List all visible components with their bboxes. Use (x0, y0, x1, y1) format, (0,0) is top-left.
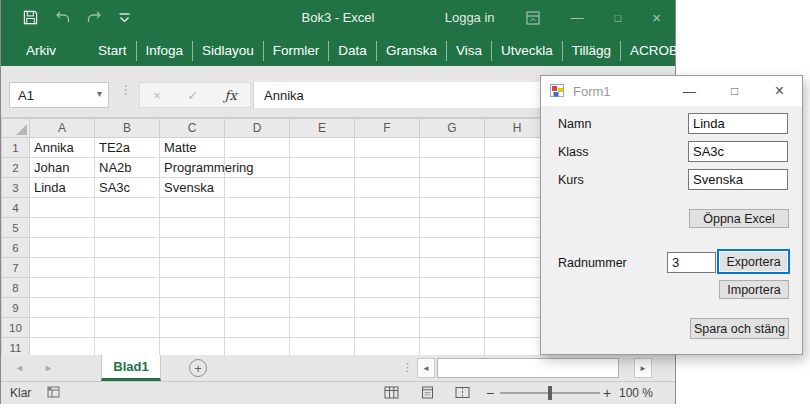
cell-C7[interactable] (160, 258, 225, 278)
cell-F10[interactable] (355, 318, 420, 338)
tab-formler[interactable]: Formler (264, 41, 330, 61)
enter-icon[interactable]: ✓ (187, 88, 198, 103)
sheet-nav-left-icon[interactable]: ◄ (15, 363, 24, 373)
cell-D3[interactable] (225, 178, 290, 198)
cell-E8[interactable] (290, 278, 355, 298)
cell-A2[interactable]: Johan (30, 158, 95, 178)
cell-E2[interactable] (290, 158, 355, 178)
cell-D8[interactable] (225, 278, 290, 298)
cell-F5[interactable] (355, 218, 420, 238)
cell-F4[interactable] (355, 198, 420, 218)
row-header-3[interactable]: 3 (2, 178, 30, 198)
tab-acrobat[interactable]: ACROBA (621, 41, 697, 61)
zoom-in-icon[interactable]: + (603, 385, 611, 401)
cell-A9[interactable] (30, 298, 95, 318)
tab-infoga[interactable]: Infoga (137, 41, 194, 61)
scrollbar-splitter[interactable]: ⋮ (402, 361, 413, 374)
hscroll-right-arrow[interactable]: ► (634, 358, 652, 378)
cell-F2[interactable] (355, 158, 420, 178)
cancel-icon[interactable]: × (153, 88, 161, 103)
cell-E4[interactable] (290, 198, 355, 218)
cell-E10[interactable] (290, 318, 355, 338)
ribbon-display-options-icon[interactable] (526, 11, 540, 25)
cell-C11[interactable] (160, 338, 225, 356)
view-page-layout-icon[interactable] (420, 386, 435, 399)
form1-titlebar[interactable]: Form1 — □ × (541, 76, 802, 106)
column-header-F[interactable]: F (355, 119, 420, 138)
cell-E7[interactable] (290, 258, 355, 278)
column-header-G[interactable]: G (420, 119, 485, 138)
cell-D4[interactable] (225, 198, 290, 218)
cell-B9[interactable] (95, 298, 160, 318)
cell-D1[interactable] (225, 138, 290, 158)
zoom-out-icon[interactable]: − (486, 385, 494, 401)
cell-D5[interactable] (225, 218, 290, 238)
cell-B2[interactable]: NA2b (95, 158, 160, 178)
cell-B6[interactable] (95, 238, 160, 258)
cell-E9[interactable] (290, 298, 355, 318)
tab-tillagg[interactable]: Tillägg (563, 41, 621, 61)
form1-maximize-button[interactable]: □ (712, 76, 757, 106)
tab-visa[interactable]: Visa (447, 41, 492, 61)
cell-G10[interactable] (420, 318, 485, 338)
cell-B10[interactable] (95, 318, 160, 338)
cell-D9[interactable] (225, 298, 290, 318)
cell-C2[interactable]: Programmering (160, 158, 225, 178)
column-header-A[interactable]: A (30, 119, 95, 138)
insert-function-icon[interactable]: ƒx (225, 88, 237, 103)
view-normal-icon[interactable] (384, 386, 399, 399)
cell-G1[interactable] (420, 138, 485, 158)
cell-G2[interactable] (420, 158, 485, 178)
cell-G5[interactable] (420, 218, 485, 238)
cell-C10[interactable] (160, 318, 225, 338)
name-box-dropdown-icon[interactable]: ▾ (97, 88, 102, 99)
open-excel-button[interactable]: Öppna Excel (689, 209, 789, 228)
cell-C4[interactable] (160, 198, 225, 218)
tab-data[interactable]: Data (329, 41, 377, 61)
cell-B8[interactable] (95, 278, 160, 298)
column-header-C[interactable]: C (160, 119, 225, 138)
klass-field[interactable] (688, 141, 788, 162)
row-header-11[interactable]: 11 (2, 338, 30, 356)
cell-G3[interactable] (420, 178, 485, 198)
spara-och-stang-button[interactable]: Spara och stäng (690, 318, 789, 339)
cell-F3[interactable] (355, 178, 420, 198)
zoom-slider-thumb[interactable] (548, 386, 552, 400)
form1-close-button[interactable]: × (757, 76, 802, 106)
maximize-button[interactable]: □ (615, 12, 622, 24)
row-header-8[interactable]: 8 (2, 278, 30, 298)
sheet-nav-right-icon[interactable]: ► (44, 363, 53, 373)
cell-D7[interactable] (225, 258, 290, 278)
exportera-button[interactable]: Exportera (717, 249, 790, 274)
macro-record-icon[interactable] (47, 386, 61, 399)
cell-C6[interactable] (160, 238, 225, 258)
cell-A5[interactable] (30, 218, 95, 238)
cell-D10[interactable] (225, 318, 290, 338)
minimize-button[interactable]: — (571, 10, 584, 25)
cell-E3[interactable] (290, 178, 355, 198)
tab-start[interactable]: Start (89, 41, 137, 61)
cell-C5[interactable] (160, 218, 225, 238)
cell-G6[interactable] (420, 238, 485, 258)
cell-E5[interactable] (290, 218, 355, 238)
column-header-E[interactable]: E (290, 119, 355, 138)
cell-F7[interactable] (355, 258, 420, 278)
cell-B4[interactable] (95, 198, 160, 218)
cell-A8[interactable] (30, 278, 95, 298)
cell-D11[interactable] (225, 338, 290, 356)
cell-E11[interactable] (290, 338, 355, 356)
cell-G9[interactable] (420, 298, 485, 318)
cell-F11[interactable] (355, 338, 420, 356)
name-box[interactable]: A1 ▾ (9, 82, 109, 108)
hscroll-left-arrow[interactable]: ◄ (417, 358, 435, 378)
cell-A4[interactable] (30, 198, 95, 218)
tab-granska[interactable]: Granska (377, 41, 447, 61)
row-header-9[interactable]: 9 (2, 298, 30, 318)
cell-A11[interactable] (30, 338, 95, 356)
tab-utveckla[interactable]: Utveckla (492, 41, 563, 61)
cell-B11[interactable] (95, 338, 160, 356)
cell-D6[interactable] (225, 238, 290, 258)
cell-B7[interactable] (95, 258, 160, 278)
formula-bar-handle[interactable]: ⋮ (120, 83, 132, 97)
tab-sidlayout[interactable]: Sidlayou (193, 41, 264, 61)
